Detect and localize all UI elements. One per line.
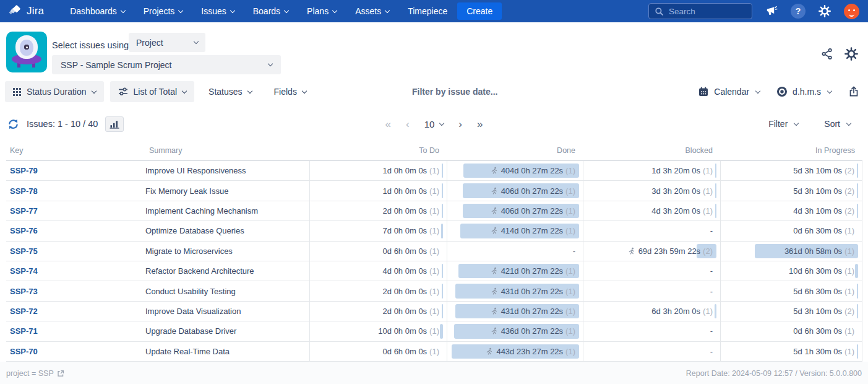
page-size-dropdown[interactable]: 10 xyxy=(424,119,444,129)
duration-value: 5d 3h 10m 0s xyxy=(793,166,842,175)
chart-view-toggle[interactable] xyxy=(105,116,124,132)
jql-link[interactable]: project = SSP xyxy=(6,369,64,378)
statuses-dropdown[interactable]: Statuses xyxy=(200,81,259,102)
table-row: SSP-75 Migrate to Microservices 0d 6h 0m… xyxy=(6,242,862,261)
select-mode-dropdown[interactable]: Project xyxy=(129,33,205,52)
duration-value: 7d 0h 0m 0s xyxy=(383,226,428,235)
time-format-dropdown[interactable]: d.h.m.s xyxy=(776,86,831,97)
search-input[interactable] xyxy=(669,7,743,16)
create-button[interactable]: Create xyxy=(457,2,502,20)
issue-key-link[interactable]: SSP-79 xyxy=(10,166,38,175)
jql-text: project = SSP xyxy=(6,369,54,378)
sort-dropdown[interactable]: Sort xyxy=(824,119,851,129)
column-header-done[interactable]: Done xyxy=(447,146,583,155)
page-size-value: 10 xyxy=(424,119,435,129)
table-row: SSP-74 Refactor Backend Architecture 4d … xyxy=(6,261,862,281)
help-icon[interactable]: ? xyxy=(791,4,806,19)
nav-item-plans[interactable]: Plans xyxy=(307,6,337,16)
announcements-megaphone-icon[interactable] xyxy=(765,5,778,17)
report-type-value: Status Duration xyxy=(27,87,87,97)
issue-key-link[interactable]: SSP-76 xyxy=(10,226,38,235)
transition-count: (1) xyxy=(844,226,854,235)
transition-count: (1) xyxy=(565,226,575,235)
nav-item-dashboards[interactable]: Dashboards xyxy=(70,6,125,16)
pagination-bar: Issues: 1 - 10 / 40 « ‹ xyxy=(0,113,868,135)
duration-value: 1d 0h 0m 0s xyxy=(383,186,428,196)
duration-bar xyxy=(857,164,858,178)
filter-dropdown[interactable]: Filter xyxy=(768,119,798,129)
share-icon[interactable] xyxy=(821,48,833,60)
project-dropdown[interactable]: SSP - Sample Scrum Project xyxy=(52,55,281,74)
duration-value: 0d 6h 0m 0s xyxy=(383,347,428,356)
duration-value: - xyxy=(710,266,713,276)
report-toolbar: Status Duration List of Total Statuses xyxy=(0,81,868,103)
duration-bar xyxy=(441,224,443,238)
user-avatar[interactable] xyxy=(844,4,859,19)
report-settings-gear-icon[interactable] xyxy=(844,47,858,61)
view-mode-dropdown[interactable]: List of Total xyxy=(110,81,195,102)
duration-cell: 7d 0h 0m 0s (1) xyxy=(309,221,447,240)
column-header-todo[interactable]: To Do xyxy=(309,146,447,155)
next-page-button[interactable]: › xyxy=(458,119,462,129)
issue-key-link[interactable]: SSP-70 xyxy=(10,347,38,356)
nav-item-issues[interactable]: Issues xyxy=(201,6,234,16)
bar-chart-icon xyxy=(110,119,119,129)
duration-value: 5d 1h 30m 0s xyxy=(793,347,842,356)
column-header-summary[interactable]: Summary xyxy=(145,146,309,155)
duration-value: 5d 6h 30m 0s xyxy=(793,287,842,296)
duration-value: 10d 6h 30m 0s xyxy=(789,266,842,276)
duration-cell: 1d 0h 0m 0s (1) xyxy=(309,161,447,180)
settings-gear-icon[interactable] xyxy=(819,5,831,17)
nav-item-projects[interactable]: Projects xyxy=(144,6,183,16)
refresh-icon[interactable] xyxy=(7,118,19,130)
duration-value: 5d 3h 10m 0s xyxy=(793,186,842,196)
brand-text: Jira xyxy=(27,5,44,17)
report-type-dropdown[interactable]: Status Duration xyxy=(5,81,104,102)
issue-summary: Refactor Backend Architecture xyxy=(145,261,309,281)
duration-cell: 431d 0h 27m 22s (1) xyxy=(447,302,583,321)
duration-value: 414d 0h 27m 22s xyxy=(501,226,563,235)
chevron-down-icon xyxy=(439,120,444,125)
fields-dropdown[interactable]: Fields xyxy=(266,81,314,102)
column-header-blocked[interactable]: Blocked xyxy=(583,146,720,155)
export-icon[interactable] xyxy=(848,86,859,97)
runner-icon xyxy=(490,307,498,315)
issue-key-link[interactable]: SSP-71 xyxy=(10,326,38,336)
chevron-down-icon xyxy=(230,7,235,12)
calendar-dropdown[interactable]: Calendar xyxy=(698,86,760,97)
prev-page-button[interactable]: ‹ xyxy=(406,119,410,129)
transition-count: (1) xyxy=(429,166,439,175)
duration-bar xyxy=(855,264,858,278)
issue-key-link[interactable]: SSP-72 xyxy=(10,307,38,316)
column-header-inprogress[interactable]: In Progress xyxy=(720,146,862,155)
column-header-key[interactable]: Key xyxy=(6,146,145,155)
duration-cell: 361d 0h 58m 0s (1) xyxy=(720,242,862,261)
issue-key-link[interactable]: SSP-74 xyxy=(10,266,38,276)
duration-value: 0d 6h 0m 0s xyxy=(383,247,428,256)
calendar-label: Calendar xyxy=(714,87,749,97)
timepiece-report-page: Jira Dashboards Projects Issues Boards P… xyxy=(0,0,868,384)
first-page-button[interactable]: « xyxy=(385,119,391,129)
duration-cell: - xyxy=(583,221,720,240)
duration-value: - xyxy=(573,247,575,256)
transition-count: (1) xyxy=(429,247,439,256)
nav-item-boards[interactable]: Boards xyxy=(253,6,288,16)
sort-label: Sort xyxy=(824,119,840,129)
nav-item-assets[interactable]: Assets xyxy=(355,6,389,16)
last-page-button[interactable]: » xyxy=(477,119,483,129)
issue-key-link[interactable]: SSP-75 xyxy=(10,247,38,256)
jira-brand[interactable]: Jira xyxy=(9,4,44,18)
duration-bar xyxy=(857,204,858,218)
duration-bar xyxy=(442,284,443,298)
runner-icon xyxy=(490,207,498,215)
chevron-down-icon xyxy=(91,88,96,93)
transition-count: (2) xyxy=(703,247,713,256)
issue-date-filter-input[interactable] xyxy=(412,84,536,100)
issue-key-link[interactable]: SSP-78 xyxy=(10,186,38,196)
nav-item-timepiece[interactable]: Timepiece xyxy=(408,6,447,16)
search-box[interactable] xyxy=(648,3,752,19)
issue-key-link[interactable]: SSP-77 xyxy=(10,206,38,216)
issue-key-link[interactable]: SSP-73 xyxy=(10,287,38,296)
transition-count: (1) xyxy=(703,307,713,316)
duration-cell: 404d 0h 27m 22s (1) xyxy=(447,161,583,180)
